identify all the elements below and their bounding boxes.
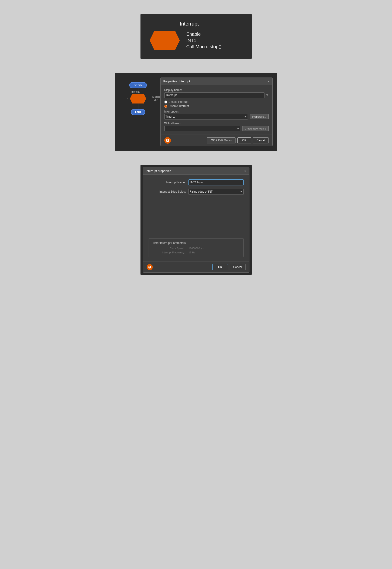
panel1-info: Enable INT1 Call Macro stop() (186, 31, 222, 49)
props-dialog-footer: ? OK & Edit Macro OK Cancel (161, 135, 272, 146)
props-help-button[interactable]: ? (164, 137, 171, 144)
interrupt-on-label: Interrupt on: (164, 110, 269, 113)
disable-interrupt-radio-label[interactable]: Disable interrupt (164, 105, 269, 108)
interrupt-node-panel: Interrupt Enable INT1 Call Macro stop() (140, 14, 252, 59)
properties-button[interactable]: Properties... (250, 114, 268, 119)
flow-side-label: Disable TMR1 (152, 95, 160, 102)
int-help-icon: ? (148, 266, 151, 269)
properties-interrupt-panel: BEGIN Interrupt → Disable TMR1 END Prope… (115, 73, 277, 151)
clock-speed-row: Clock Speed: 16000000 Hz (153, 247, 240, 250)
disable-interrupt-radio[interactable] (164, 105, 167, 108)
create-new-macro-button[interactable]: Create New Macro (242, 126, 269, 131)
props-dialog-title: Properties: Interrupt (163, 80, 190, 83)
interrupt-freq-row: Interrupt Frequency: 15 Hz (153, 251, 240, 254)
interrupt-properties-panel: Interrupt properties × Interrupt Name: I… (140, 165, 252, 275)
int-props-close-button[interactable]: × (244, 169, 246, 173)
int-help-button[interactable]: ? (147, 264, 153, 270)
panel1-info-enable: Enable (186, 31, 222, 37)
enable-interrupt-radio-label[interactable]: Enable interrupt (164, 100, 269, 104)
vertical-line (187, 14, 187, 59)
timer-params-title: Timer Interrupt Parameters: (153, 241, 240, 245)
int-props-titlebar: Interrupt properties × (143, 167, 249, 175)
interrupt-name-label: Interrupt Name: (149, 181, 186, 184)
interrupt-properties-dialog: Interrupt properties × Interrupt Name: I… (143, 167, 250, 273)
clock-speed-value: 16000000 Hz (189, 247, 204, 250)
props-close-button[interactable]: × (267, 80, 269, 83)
flow-end-node: END (131, 109, 145, 115)
interrupt-edge-row: Interrupt Edge Select Rising edge of INT (149, 189, 244, 195)
disable-interrupt-label: Disable interrupt (169, 105, 189, 108)
interrupt-edge-dropdown[interactable]: Rising edge of INT (188, 189, 244, 195)
display-name-section: Display name: ▼ (164, 89, 269, 98)
will-call-macro-section: Will call macro: Create New Macro (164, 122, 269, 131)
interrupt-name-row: Interrupt Name: (149, 179, 244, 185)
flow-begin-node: BEGIN (129, 82, 146, 88)
will-call-macro-label: Will call macro: (164, 122, 269, 125)
flow-interrupt-node: Interrupt → Disable TMR1 (130, 94, 146, 104)
flow-arrow: → (126, 97, 129, 101)
panel1-title: Interrupt (180, 21, 242, 27)
display-name-input[interactable] (164, 92, 265, 98)
interrupt-edge-label: Interrupt Edge Select (149, 190, 186, 193)
flow-interrupt-label: Interrupt (131, 90, 140, 93)
dropdown-arrow: ▼ (266, 93, 269, 97)
flow-hexagon (130, 94, 146, 104)
interrupt-name-input[interactable] (188, 179, 244, 185)
int-dialog-footer: ? OK Cancel (143, 262, 249, 272)
display-name-row: ▼ (164, 92, 269, 98)
props-ok-button[interactable]: OK (237, 137, 251, 143)
will-call-macro-row: Create New Macro (164, 126, 269, 131)
flow-line-2 (138, 104, 138, 109)
panel1-info-macro: Call Macro stop() (186, 44, 222, 49)
int-cancel-button[interactable]: Cancel (230, 264, 245, 270)
timer-interrupt-params: Timer Interrupt Parameters: Clock Speed:… (149, 238, 244, 257)
flowchart-area: BEGIN Interrupt → Disable TMR1 END (120, 77, 157, 146)
ok-edit-macro-button[interactable]: OK & Edit Macro (207, 137, 235, 143)
panel1-content: Enable INT1 Call Macro stop() (150, 31, 242, 50)
will-call-macro-dropdown[interactable] (164, 126, 240, 131)
interrupt-hexagon (150, 31, 180, 50)
props-cancel-button[interactable]: Cancel (253, 137, 268, 143)
props-dialog-body: Display name: ▼ Enable interrupt Disable… (161, 85, 272, 135)
int-spacer (149, 198, 244, 235)
enable-interrupt-radio[interactable] (164, 101, 167, 104)
enable-interrupt-label: Enable interrupt (169, 100, 188, 104)
interrupt-on-row: Timer 1 Properties... (164, 114, 269, 120)
int-props-title: Interrupt properties (146, 169, 171, 173)
interrupt-on-section: Interrupt on: Timer 1 Properties... (164, 110, 269, 120)
interrupt-freq-value: 15 Hz (189, 251, 196, 254)
interrupt-freq-label: Interrupt Frequency: (153, 251, 185, 254)
panel1-info-int1: INT1 (186, 38, 222, 43)
int-props-body: Interrupt Name: Interrupt Edge Select Ri… (143, 175, 249, 262)
props-help-icon: ? (166, 139, 169, 142)
int-ok-button[interactable]: OK (212, 264, 228, 270)
interrupt-on-dropdown[interactable]: Timer 1 (164, 114, 248, 120)
interrupt-mode-radio-group: Enable interrupt Disable interrupt (164, 100, 269, 108)
properties-titlebar: Properties: Interrupt × (161, 78, 272, 85)
clock-speed-label: Clock Speed: (153, 247, 185, 250)
properties-dialog: Properties: Interrupt × Display name: ▼ … (160, 77, 273, 146)
display-name-label: Display name: (164, 89, 269, 92)
